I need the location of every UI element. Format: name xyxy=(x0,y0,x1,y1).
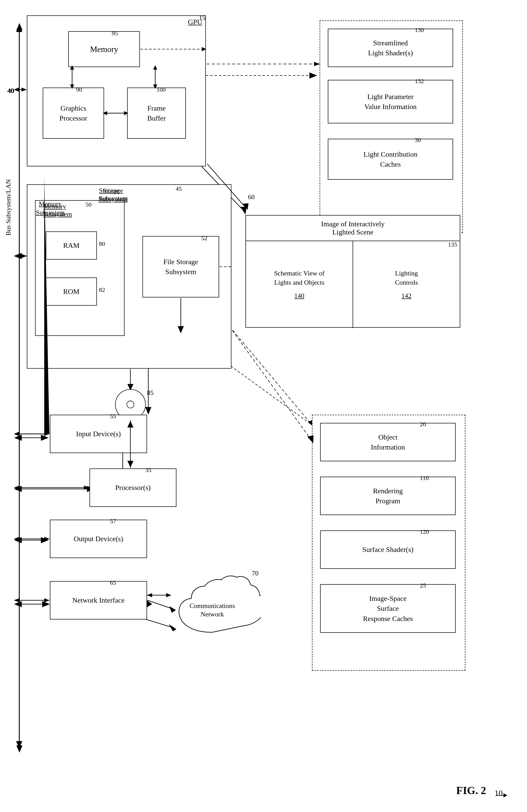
num-90: 90 xyxy=(76,86,82,93)
num-120: 120 xyxy=(420,528,429,535)
lighting-controls-col: LightingControls 142 xyxy=(353,241,460,328)
svg-marker-71 xyxy=(21,254,27,258)
processors-label: Processor(s) xyxy=(115,483,151,492)
light-contribution-caches-label: Light ContributionCaches xyxy=(364,149,418,169)
svg-marker-81 xyxy=(14,537,19,541)
svg-marker-75 xyxy=(14,432,19,436)
rom-label: ROM xyxy=(63,288,79,296)
svg-marker-78 xyxy=(14,485,19,490)
object-information-box: ObjectInformation xyxy=(320,423,456,461)
surface-shaders-box: Surface Shader(s) xyxy=(320,531,456,569)
light-contribution-caches-box: Light ContributionCaches xyxy=(328,139,453,180)
num-55: 55 xyxy=(110,413,116,420)
rendering-program-box: RenderingProgram xyxy=(320,477,456,515)
bus-subsystem-label: Bus Subsystem/LAN xyxy=(5,179,12,235)
output-devices-label: Output Device(s) xyxy=(74,535,123,543)
input-devices-label: Input Device(s) xyxy=(76,430,121,438)
num-57: 57 xyxy=(110,518,116,525)
memory-subsystem-title: MemorySubsystem xyxy=(36,200,65,217)
num-35: 35 xyxy=(145,467,151,474)
svg-marker-97 xyxy=(169,606,176,613)
graphics-processor-label: GraphicsProcessor xyxy=(60,103,88,123)
num-30: 30 xyxy=(415,137,421,144)
svg-marker-1 xyxy=(16,24,22,32)
svg-marker-94 xyxy=(127,461,134,467)
right-lower-dashed-group: ObjectInformation 20 RenderingProgram 11… xyxy=(312,415,465,671)
file-storage-subsystem-box: File StorageSubsystem xyxy=(142,236,219,298)
svg-text:Communications: Communications xyxy=(190,602,235,610)
input-devices-box: Input Device(s) xyxy=(50,415,147,453)
num-45: 45 xyxy=(176,185,182,192)
memory-label: Memory xyxy=(90,45,118,54)
num-65: 65 xyxy=(110,579,116,586)
file-storage-subsystem-label: File StorageSubsystem xyxy=(163,257,198,277)
svg-marker-62 xyxy=(166,593,171,597)
fig-label: FIG. 2 xyxy=(456,784,486,797)
svg-marker-2 xyxy=(16,741,22,749)
image-scene-title: Image of InteractivelyLighted Scene xyxy=(246,216,460,241)
ram-label: RAM xyxy=(63,242,79,250)
num-70: 70 xyxy=(252,569,258,577)
svg-marker-24 xyxy=(41,537,49,543)
svg-marker-69 xyxy=(14,88,19,92)
object-information-label: ObjectInformation xyxy=(371,432,405,452)
svg-marker-51 xyxy=(202,47,206,51)
svg-marker-88 xyxy=(314,62,320,66)
svg-marker-84 xyxy=(14,598,19,602)
num-52: 52 xyxy=(201,235,207,242)
num-10: 10 xyxy=(495,788,503,798)
svg-marker-46 xyxy=(153,65,157,70)
svg-marker-28 xyxy=(14,601,22,607)
num-85: 85 xyxy=(147,389,154,397)
frame-buffer-box: FrameBuffer xyxy=(127,88,186,139)
frame-buffer-label: FrameBuffer xyxy=(147,103,166,123)
streamlined-light-shaders-box: StreamlinedLight Shader(s) xyxy=(328,29,453,67)
svg-marker-72 xyxy=(14,254,19,258)
svg-marker-77 xyxy=(84,485,90,490)
image-space-surface-label: Image-SpaceSurfaceResponse Caches xyxy=(363,593,413,624)
num-40-label: 40 xyxy=(8,87,14,95)
svg-marker-63 xyxy=(147,593,152,597)
num-50: 50 xyxy=(86,201,92,208)
num-20: 20 xyxy=(420,421,426,428)
svg-marker-98 xyxy=(147,600,152,607)
num-15: 15 xyxy=(199,14,206,22)
image-space-surface-box: Image-SpaceSurfaceResponse Caches xyxy=(320,584,456,633)
output-devices-box: Output Device(s) xyxy=(50,520,147,558)
ram-box: RAM xyxy=(46,231,97,260)
svg-marker-55 xyxy=(178,326,184,333)
rom-box: ROM xyxy=(46,277,97,306)
svg-marker-86 xyxy=(242,203,249,210)
svg-line-57 xyxy=(233,330,312,425)
svg-marker-80 xyxy=(44,537,49,541)
memory-subsystem-box: MemorySubsystem 50 RAM 80 ROM 82 xyxy=(35,200,124,336)
num-60: 60 xyxy=(248,193,255,201)
num-110: 110 xyxy=(420,475,429,481)
svg-text:Network: Network xyxy=(201,611,224,618)
surface-shaders-label: Surface Shader(s) xyxy=(362,545,413,554)
svg-marker-40 xyxy=(240,207,246,215)
num-142: 142 xyxy=(402,291,411,301)
image-scene-outer-box: Image of InteractivelyLighted Scene 135 … xyxy=(245,215,460,328)
svg-marker-13 xyxy=(310,72,317,78)
communications-network-cloud: Communications Network xyxy=(164,571,261,642)
network-interface-label: Network Interface xyxy=(72,596,124,604)
num-95: 95 xyxy=(112,30,118,37)
svg-marker-65 xyxy=(16,23,22,30)
graphics-processor-box: GraphicsProcessor xyxy=(43,88,104,139)
num-25: 25 xyxy=(420,582,426,589)
num-80: 80 xyxy=(99,241,105,247)
right-dashed-group: StreamlinedLight Shader(s) 130 Light Par… xyxy=(320,20,463,233)
network-interface-box: Network Interface xyxy=(50,581,147,620)
diagram: Bus Subsystem/LAN GPU Memory 95 Graphics… xyxy=(0,0,527,812)
num-140: 140 xyxy=(294,291,304,301)
scene-columns: Schematic View ofLights and Objects 140 … xyxy=(246,241,460,328)
svg-marker-18 xyxy=(41,435,49,441)
rendering-program-label: RenderingProgram xyxy=(373,486,403,506)
svg-marker-25 xyxy=(14,537,22,543)
svg-marker-19 xyxy=(14,435,22,441)
light-parameter-value-label: Light ParameterValue Information xyxy=(364,92,417,112)
num-130: 130 xyxy=(415,27,424,33)
svg-marker-83 xyxy=(44,598,49,602)
svg-line-96 xyxy=(148,600,174,609)
